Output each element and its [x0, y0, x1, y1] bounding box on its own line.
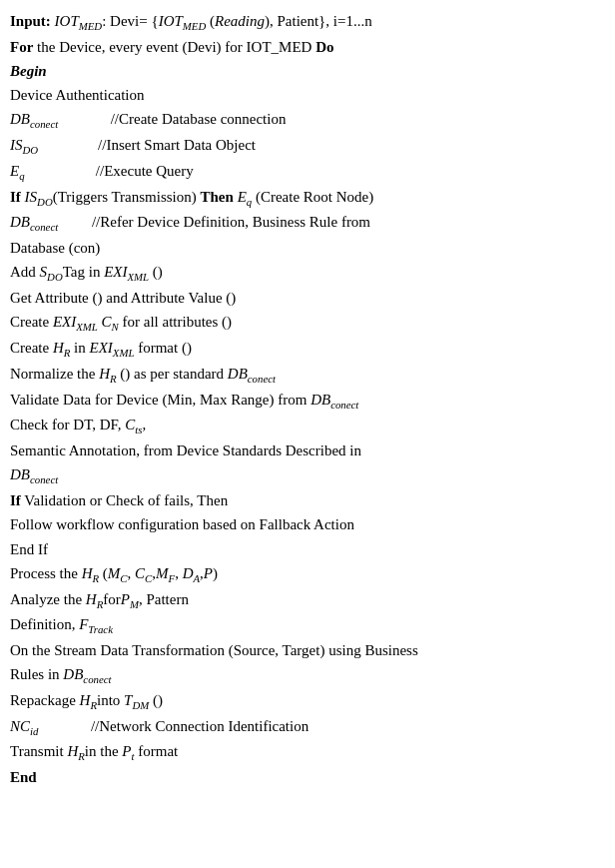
exi-xml-ref1: EXIXML [104, 264, 149, 280]
da-var: DA [183, 565, 200, 581]
eq-var: Eq [10, 163, 25, 179]
iot-med-var: IOTMED [55, 13, 103, 29]
line-get-attribute: Get Attribute () and Attribute Value () [10, 287, 601, 310]
do-keyword: Do [315, 39, 333, 55]
eq-ref: Eq [238, 189, 253, 205]
exi-xml-ref2: EXIXML [53, 314, 98, 330]
line-db-connect: DBconect //Create Database connection [10, 108, 601, 133]
line-add-sdo: Add SDOTag in EXIXML () [10, 261, 601, 286]
line-end: End [10, 766, 601, 789]
line-device-auth: Device Authentication [10, 84, 601, 107]
is-do-var: ISDO [10, 137, 38, 153]
db-connect-var: DBconect [10, 111, 58, 127]
line-for: For the Device, every event (Devi) for I… [10, 36, 601, 59]
line-database-con: Database (con) [10, 237, 601, 260]
input-label: Input: [10, 13, 51, 29]
line-begin: Begin [10, 60, 601, 83]
db-connect-ref4: DBconect [10, 466, 58, 482]
exi-xml-ref3: EXIXML [90, 340, 135, 356]
begin-keyword: Begin [10, 63, 47, 79]
line-validate: Validate Data for Device (Min, Max Range… [10, 389, 601, 414]
algorithm-content: Input: IOTMED: Devi= {IOTMED (Reading), … [10, 10, 601, 789]
db-connect-ref5: DBconect [63, 666, 111, 682]
line-db-refer: DBconect //Refer Device Definition, Busi… [10, 211, 601, 236]
cts-var: Cts [125, 417, 142, 433]
line-is-do: ISDO //Insert Smart Data Object [10, 134, 601, 159]
line-repackage: Repackage HRinto TDM () [10, 689, 601, 714]
line-definition: Definition, FTrack [10, 613, 601, 638]
end-keyword: End [10, 769, 37, 785]
iot-med-reading: IOTMED [159, 13, 207, 29]
line-semantic-ann: Semantic Annotation, from Device Standar… [10, 439, 601, 462]
mf-var: MF [156, 565, 175, 581]
for-keyword: For [10, 39, 33, 55]
ncid-var: NCid [10, 718, 38, 734]
line-ncid: NCid //Network Connection Identification [10, 715, 601, 740]
tdm-var: TDM [124, 692, 149, 708]
line-follow-workflow: Follow workflow configuration based on F… [10, 513, 601, 536]
cn-var: CN [102, 314, 119, 330]
line-process-hr: Process the HR (MC, CC,MF, DA,P) [10, 562, 601, 587]
line-eq: Eq //Execute Query [10, 160, 601, 185]
line-rules-db: Rules in DBconect [10, 663, 601, 688]
db-connect-ref2: DBconect [228, 366, 276, 382]
sdo-var: SDO [40, 264, 63, 280]
ftrack-var: FTrack [79, 616, 113, 632]
hr-var5: HR [80, 692, 97, 708]
is-do-ref: ISDO [25, 189, 53, 205]
mc-var: MC [108, 565, 128, 581]
reading-label: Reading [215, 13, 265, 29]
db-connect-ref3: DBconect [310, 392, 358, 408]
line-analyze-hr: Analyze the HRforPM, Pattern [10, 588, 601, 613]
pt-var: Pt [122, 743, 134, 759]
hr-var1: HR [53, 340, 70, 356]
line-db-connect-cont: DBconect [10, 463, 601, 488]
line-create-hr: Create HR in EXIXML format () [10, 337, 601, 362]
p-var: P [204, 565, 213, 581]
line-stream-transform: On the Stream Data Transformation (Sourc… [10, 639, 601, 662]
line-check-dt: Check for DT, DF, Cts, [10, 414, 601, 438]
if-keyword-2: If [10, 492, 21, 508]
line-end-if: End If [10, 538, 601, 561]
db-connect-ref: DBconect [10, 214, 58, 230]
hr-var2: HR [99, 366, 116, 382]
line-input: Input: IOTMED: Devi= {IOTMED (Reading), … [10, 10, 601, 35]
line-create-exi-cn: Create EXIXML CN for all attributes () [10, 311, 601, 336]
pm-var: PM [121, 591, 139, 607]
line-transmit: Transmit HRin the Pt format [10, 740, 601, 765]
then-keyword-1: Then [201, 189, 234, 205]
cc-var: CC [135, 565, 152, 581]
line-normalize: Normalize the HR () as per standard DBco… [10, 363, 601, 388]
hr-var4: HR [86, 591, 103, 607]
hr-var6: HR [67, 743, 84, 759]
line-if-validation: If Validation or Check of fails, Then [10, 489, 601, 512]
if-keyword-1: If [10, 189, 21, 205]
hr-var3: HR [82, 565, 99, 581]
line-if-isdo: If ISDO(Triggers Transmission) Then Eq (… [10, 186, 601, 211]
